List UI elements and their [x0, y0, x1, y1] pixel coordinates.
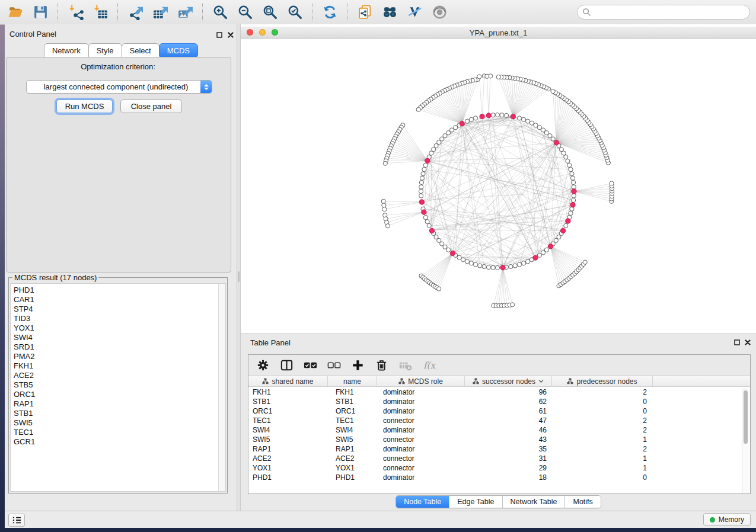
network-node[interactable] [465, 119, 469, 123]
network-node[interactable] [465, 259, 469, 264]
table-row[interactable]: RAP1RAP1dominator352 [248, 444, 750, 454]
network-node[interactable] [486, 265, 490, 270]
memory-button[interactable]: Memory [703, 513, 751, 526]
tab-style[interactable]: Style [88, 43, 122, 58]
share-document-button[interactable] [354, 2, 375, 23]
export-image-button[interactable] [174, 2, 196, 23]
network-canvas[interactable] [241, 39, 756, 334]
mcds-result-item[interactable]: CAR1 [11, 295, 225, 305]
import-table-button[interactable] [90, 2, 111, 23]
network-node[interactable] [495, 265, 499, 270]
table-scrollbar-thumb[interactable] [744, 390, 748, 444]
network-mcds-node[interactable] [419, 200, 424, 204]
task-history-button[interactable] [8, 514, 25, 527]
column-header-shared-name[interactable]: shared name [248, 376, 328, 386]
search-input[interactable] [591, 6, 749, 19]
panel-splitter[interactable] [237, 24, 241, 511]
network-mcds-node[interactable] [422, 210, 426, 214]
network-node[interactable] [491, 113, 495, 117]
network-mcds-node[interactable] [560, 228, 565, 233]
column-header-successor-nodes[interactable]: successor nodes [465, 376, 552, 386]
table-row[interactable]: SWI4SWI4dominator462 [248, 425, 750, 435]
network-node[interactable] [382, 207, 387, 211]
network-mcds-node[interactable] [533, 255, 538, 260]
mcds-result-item[interactable]: STP4 [11, 305, 225, 314]
eye-preview-button[interactable] [429, 2, 450, 23]
mcds-result-item[interactable]: SWI5 [11, 418, 225, 428]
network-node[interactable] [482, 264, 486, 268]
mcds-result-item[interactable]: SWI4 [11, 333, 225, 342]
network-node[interactable] [473, 116, 477, 120]
network-node[interactable] [500, 113, 504, 117]
network-node[interactable] [526, 119, 530, 123]
network-node[interactable] [469, 261, 473, 265]
network-node[interactable] [572, 194, 576, 198]
network-mcds-node[interactable] [425, 158, 430, 163]
mcds-list-scrollbar[interactable] [218, 284, 225, 491]
tab-motifs[interactable]: Motifs [564, 496, 600, 508]
tab-node-table[interactable]: Node Table [396, 496, 449, 508]
network-node[interactable] [583, 260, 587, 264]
network-node[interactable] [421, 172, 425, 176]
zoom-in-button[interactable] [209, 2, 231, 23]
tab-network-table[interactable]: Network Table [502, 496, 565, 508]
network-node[interactable] [478, 264, 482, 268]
network-node[interactable] [485, 74, 489, 78]
optimization-criterion-select[interactable]: largest connected component (undirected) [26, 80, 212, 94]
network-node[interactable] [569, 211, 573, 215]
network-node[interactable] [419, 180, 423, 184]
network-node[interactable] [529, 121, 534, 125]
network-node[interactable] [461, 258, 465, 262]
network-node[interactable] [423, 216, 428, 220]
network-window-titlebar[interactable]: YPA_prune.txt_1 [241, 27, 756, 39]
table-row[interactable]: TEC1TEC1connector472 [248, 416, 750, 425]
network-node[interactable] [570, 172, 574, 176]
network-node[interactable] [416, 107, 420, 111]
mcds-result-item[interactable]: TID3 [11, 314, 225, 323]
network-node[interactable] [423, 163, 428, 167]
network-node[interactable] [559, 148, 563, 152]
deselect-all-rows-button[interactable] [326, 357, 342, 374]
table-row[interactable]: STB1STB1dominator620 [248, 397, 750, 406]
network-node[interactable] [429, 151, 433, 155]
network-node[interactable] [572, 185, 576, 189]
network-node[interactable] [437, 287, 441, 291]
network-mcds-node[interactable] [429, 228, 434, 233]
network-node[interactable] [425, 220, 429, 224]
mcds-result-item[interactable]: STB1 [11, 409, 225, 418]
table-panel-float-icon[interactable] [733, 339, 741, 346]
table-row[interactable]: SWI5SWI5connector431 [248, 435, 750, 444]
network-node[interactable] [496, 75, 500, 79]
network-node[interactable] [511, 303, 515, 307]
export-network-button[interactable] [125, 2, 146, 23]
network-node[interactable] [491, 265, 495, 270]
network-node[interactable] [457, 255, 461, 259]
network-node[interactable] [564, 223, 568, 227]
network-node[interactable] [567, 163, 572, 167]
mcds-result-item[interactable]: RAP1 [11, 399, 225, 409]
network-node[interactable] [513, 264, 517, 268]
network-node[interactable] [522, 261, 526, 265]
mcds-result-item[interactable]: TEC1 [11, 428, 225, 437]
network-mcds-node[interactable] [511, 114, 515, 119]
network-node[interactable] [381, 199, 385, 203]
network-node[interactable] [570, 176, 575, 180]
column-header-mcds-role[interactable]: MCDS role [377, 376, 465, 386]
show-hide-columns-button[interactable] [278, 357, 295, 374]
mcds-result-item[interactable]: PMA2 [11, 352, 225, 361]
network-node[interactable] [610, 181, 614, 185]
network-node[interactable] [522, 117, 526, 121]
binoculars-search-button[interactable] [379, 2, 400, 23]
tab-network[interactable]: Network [44, 43, 89, 58]
control-panel-float-icon[interactable] [216, 31, 223, 39]
network-mcds-node[interactable] [572, 189, 576, 194]
network-node[interactable] [383, 161, 387, 165]
network-node[interactable] [551, 89, 555, 94]
graphics-details-button[interactable] [404, 2, 425, 23]
table-row[interactable]: ORC1ORC1dominator610 [248, 406, 750, 416]
network-mcds-node[interactable] [486, 113, 491, 118]
network-node[interactable] [572, 198, 576, 202]
mcds-result-list[interactable]: PHD1CAR1STP4TID3YOX1SWI4SRD1PMA2FKH1ACE2… [10, 283, 226, 492]
network-node[interactable] [382, 203, 386, 207]
mcds-result-item[interactable]: FKH1 [11, 361, 225, 371]
